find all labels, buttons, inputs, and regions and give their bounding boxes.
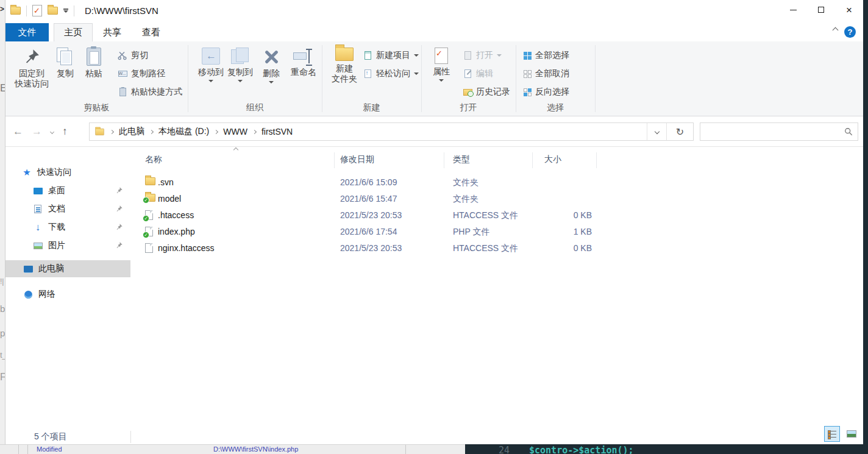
up-icon[interactable]: ↑ [62,126,68,138]
file-row[interactable]: ✓ .htaccess 2021/5/23 20:53 HTACCESS 文件 … [130,207,863,224]
new-folder-button[interactable]: 新建文件夹 [329,48,360,84]
cut-button[interactable]: 剪切 [118,49,148,62]
paste-shortcut-icon [119,88,126,96]
properties-button[interactable]: 属性 [429,48,454,82]
pin-icon [115,241,123,249]
new-item-button[interactable]: 新建项目 [363,49,419,62]
sidebar-item-downloads[interactable]: ↓ 下载 [5,219,130,236]
quick-access-icon: ★ [23,167,30,178]
title-bar: D:\WWW\firstSVN × [5,0,863,23]
paste-shortcut-button[interactable]: 粘贴快捷方式 [118,85,182,99]
group-label-select: 选择 [516,102,595,113]
breadcrumb: 此电脑 本地磁盘 (D:) WWW firstSVN [90,126,647,137]
breadcrumb-this-pc[interactable]: 此电脑 [119,126,144,137]
select-none-button[interactable]: 全部取消 [524,67,569,80]
tab-share[interactable]: 共享 [93,23,132,41]
pin-to-quick-access-button[interactable]: 固定到快速访问 [13,48,51,89]
pin-icon [23,48,41,66]
copy-to-button[interactable]: 复制到 [225,48,255,82]
minimize-button[interactable] [779,0,807,20]
new-folder-qat-icon[interactable] [48,7,58,15]
copy-icon [57,48,74,66]
details-view-button[interactable] [824,426,840,442]
tab-file[interactable]: 文件 [5,23,49,41]
edit-icon [464,69,471,78]
thumbnail-view-button[interactable] [844,426,859,442]
copy-to-icon [231,48,249,65]
bg-glyph: t_ [0,350,5,360]
address-box[interactable]: 此电脑 本地磁盘 (D:) WWW firstSVN ↻ [89,122,694,141]
rename-button[interactable]: 重命名 [286,48,321,77]
column-header-date[interactable]: 修改日期 [340,154,374,165]
file-icon [145,243,153,253]
tab-home[interactable]: 主页 [54,23,93,41]
downloads-icon: ↓ [35,222,40,233]
move-to-button[interactable]: 移动到 [196,48,226,82]
sidebar-item-this-pc[interactable]: 此电脑 [5,260,130,277]
column-header-size[interactable]: 大小 [544,154,561,165]
sidebar-item-documents[interactable]: 文档 [5,200,130,218]
code-line-number: 24 [499,445,510,454]
forward-icon: → [32,126,42,138]
breadcrumb-firstsvn[interactable]: firstSVN [261,127,293,137]
scissors-icon [118,51,127,60]
pin-icon [115,186,123,194]
pictures-icon [34,243,43,249]
paste-button[interactable]: 粘贴 [81,48,107,79]
invert-selection-icon [524,88,532,96]
file-row[interactable]: .svn 2021/6/6 15:09 文件夹 [130,174,863,191]
sidebar-item-pictures[interactable]: 图片 [5,237,130,254]
maximize-button[interactable] [807,0,835,20]
editor-file-path: D:\WWW\firstSVN\index.php [213,445,298,453]
search-input[interactable] [700,127,844,137]
column-header-name[interactable]: 名称 [145,154,162,165]
background-left-strip: > E !| b p t_ F [0,0,5,454]
new-folder-icon [335,48,354,61]
item-count: 5 个项目 [34,431,67,442]
bg-glyph: p [0,328,5,338]
window-title: D:\WWW\firstSVN [85,5,158,16]
sidebar-item-network[interactable]: 网络 [5,286,130,303]
help-button[interactable]: ? [844,26,856,38]
customize-qat-icon[interactable] [63,9,68,13]
thumbnail-view-icon [847,430,856,438]
select-all-button[interactable]: 全部选择 [524,49,569,62]
sidebar-item-quick-access[interactable]: ★ 快速访问 [5,164,130,181]
group-label-new: 新建 [322,102,421,113]
ribbon: 固定到快速访问 复制 粘贴 剪切 W... 复制路径 粘贴快捷方式 剪贴板 移动… [5,41,863,116]
documents-icon [34,205,41,213]
open-icon [464,51,471,60]
navigation-pane: ★ 快速访问 桌面 文档 ↓ 下载 图片 [5,147,130,430]
delete-icon [262,48,280,66]
recent-locations-icon[interactable] [50,129,54,133]
breadcrumb-www[interactable]: WWW [223,127,247,137]
tab-view[interactable]: 查看 [132,23,171,41]
bg-glyph: !| [0,277,4,286]
status-bar: 5 个项目 [5,430,863,444]
file-row[interactable]: ✓ index.php 2021/6/6 17:54 PHP 文件 1 KB [130,224,863,240]
copy-path-button[interactable]: W... 复制路径 [118,67,165,80]
paste-icon [87,48,101,66]
search-box[interactable] [700,122,858,141]
file-row[interactable]: ✓ model 2021/6/6 15:47 文件夹 [130,191,863,207]
invert-selection-button[interactable]: 反向选择 [524,85,569,99]
history-button[interactable]: 历史记录 [463,85,510,99]
copy-button[interactable]: 复制 [52,48,78,79]
file-row[interactable]: nginx.htaccess 2021/5/23 20:53 HTACCESS … [130,240,863,257]
close-button[interactable]: × [835,0,863,20]
breadcrumb-drive-d[interactable]: 本地磁盘 (D:) [158,126,209,137]
ribbon-tab-row: 文件 主页 共享 查看 [5,23,863,41]
this-pc-icon [24,266,33,272]
properties-qat-icon[interactable] [32,5,42,16]
delete-button[interactable]: 删除 [258,48,285,83]
new-item-icon [365,51,371,60]
easy-access-button[interactable]: 轻松访问 [363,67,419,80]
column-header-type[interactable]: 类型 [453,154,470,165]
back-icon[interactable]: ← [13,126,23,138]
sidebar-item-desktop[interactable]: 桌面 [5,182,130,199]
explorer-window: D:\WWW\firstSVN × 文件 主页 共享 查看 ? 固定到快速访问 … [5,0,863,444]
code-text: $contro->$action(); [529,445,634,454]
address-dropdown-icon[interactable] [647,123,666,140]
refresh-icon[interactable]: ↻ [666,123,693,140]
select-all-icon [524,52,532,60]
